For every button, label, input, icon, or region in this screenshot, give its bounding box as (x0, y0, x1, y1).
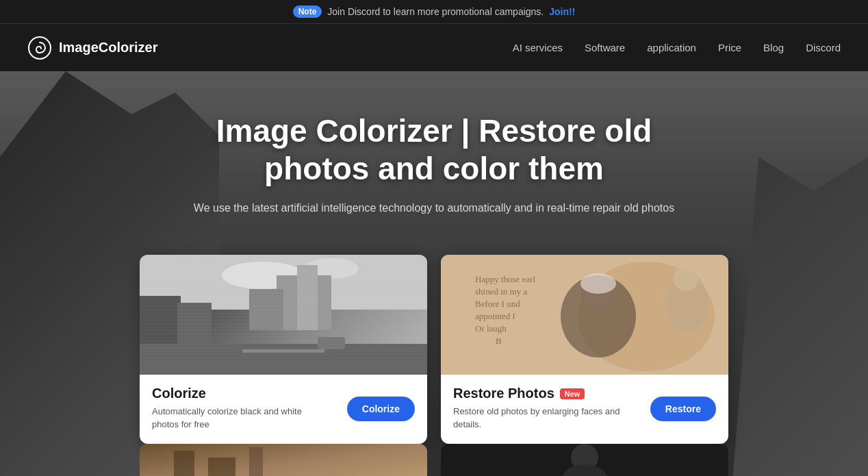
hero-section: Image Colorizer | Restore old photos and… (0, 71, 868, 476)
svg-rect-7 (140, 296, 181, 375)
svg-text:Before I und: Before I und (475, 299, 520, 309)
note-badge: Note (293, 5, 322, 18)
colorize-desc: Automatically colorize black and white p… (152, 405, 330, 431)
svg-rect-11 (318, 337, 345, 349)
svg-rect-10 (242, 349, 324, 353)
svg-rect-28 (208, 458, 235, 476)
svg-rect-4 (277, 275, 331, 330)
logo[interactable]: ImageColorizer (27, 36, 157, 60)
colorize-title-area: Colorize Automatically colorize black an… (152, 386, 330, 431)
bottom-cards-row (140, 444, 728, 476)
new-badge: New (560, 388, 585, 399)
svg-rect-9 (140, 344, 427, 375)
restore-card-bottom: Restore Photos New Restore old photos by… (453, 386, 716, 431)
svg-rect-8 (177, 303, 212, 375)
announcement-bar: Note Join Discord to learn more promotio… (0, 0, 868, 23)
svg-text:Or laugh: Or laugh (475, 323, 507, 334)
svg-text:shined in my a: shined in my a (475, 286, 527, 297)
nav-item-blog[interactable]: Blog (763, 42, 784, 54)
svg-rect-1 (140, 255, 427, 310)
svg-text:appointed f: appointed f (475, 311, 516, 321)
restore-card-image: Happy those earl shined in my a Before I… (441, 255, 728, 375)
hero-subtitle: We use the latest artificial intelligenc… (167, 200, 701, 216)
nav-item-price[interactable]: Price (718, 42, 741, 54)
svg-rect-6 (249, 289, 283, 330)
svg-point-0 (29, 37, 51, 59)
nav-item-discord[interactable]: Discord (806, 42, 841, 54)
bottom-card-left[interactable] (140, 444, 427, 476)
colorize-card-body: Colorize Automatically colorize black an… (140, 375, 427, 444)
colorize-card[interactable]: Colorize Automatically colorize black an… (140, 255, 427, 444)
hero-content: Image Colorizer | Restore old photos and… (167, 112, 701, 241)
colorize-title: Colorize (152, 386, 206, 401)
announcement-text: Join Discord to learn more promotional c… (327, 6, 544, 17)
nav-item-ai-services[interactable]: AI services (513, 42, 563, 54)
svg-text:Happy those earl: Happy those earl (475, 274, 535, 284)
service-cards-grid: Colorize Automatically colorize black an… (140, 255, 728, 444)
restore-card-body: Restore Photos New Restore old photos by… (441, 375, 728, 444)
colorize-button[interactable]: Colorize (347, 397, 415, 421)
restore-title: Restore Photos (453, 386, 554, 401)
restore-desc: Restore old photos by enlarging faces an… (453, 405, 631, 431)
navbar: ImageColorizer AI services Software appl… (0, 23, 868, 71)
colorize-card-image (140, 255, 427, 375)
svg-point-2 (222, 262, 304, 289)
join-link[interactable]: Join!! (549, 6, 575, 17)
nav-item-application[interactable]: application (647, 42, 696, 54)
colorize-card-bottom: Colorize Automatically colorize black an… (152, 386, 415, 431)
nav-links: AI services Software application Price B… (513, 42, 841, 54)
svg-rect-5 (297, 265, 318, 330)
hero-title: Image Colorizer | Restore old photos and… (167, 112, 701, 188)
svg-point-3 (304, 258, 359, 279)
bottom-card-right[interactable] (441, 444, 728, 476)
restore-button[interactable]: Restore (650, 397, 716, 421)
logo-icon (27, 36, 52, 60)
svg-text:B: B (496, 336, 502, 346)
restore-title-area: Restore Photos New Restore old photos by… (453, 386, 631, 431)
svg-rect-27 (174, 451, 194, 476)
svg-point-22 (580, 273, 616, 294)
svg-rect-29 (249, 447, 263, 476)
restore-card[interactable]: Happy those earl shined in my a Before I… (441, 255, 728, 444)
logo-text: ImageColorizer (59, 40, 157, 55)
svg-point-24 (674, 266, 698, 291)
nav-item-software[interactable]: Software (585, 42, 625, 54)
